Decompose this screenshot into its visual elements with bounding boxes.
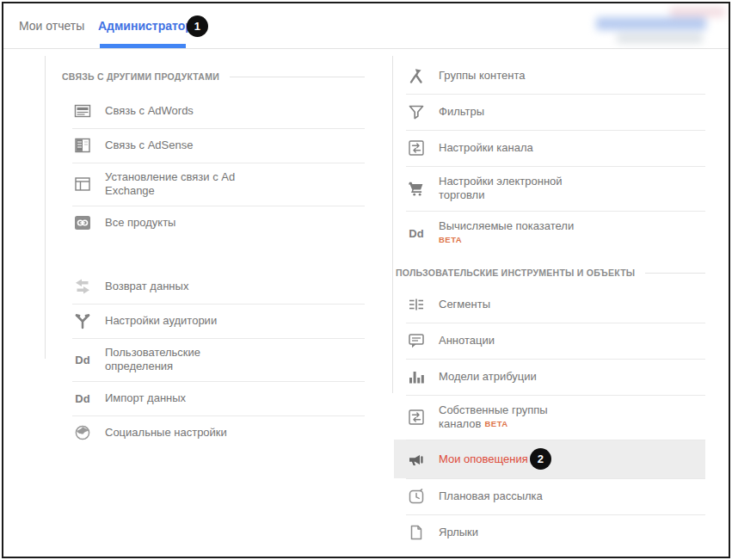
tab-my-reports[interactable]: Мои отчеты bbox=[19, 3, 84, 48]
ledger-icon bbox=[72, 136, 93, 155]
dd-text-icon: Dd bbox=[72, 350, 93, 369]
redacted-blob bbox=[670, 7, 725, 17]
ad-pages-icon bbox=[72, 102, 93, 120]
menu-group: СВЯЗЬ С ДРУГИМИ ПРОДУКТАМИСвязь с AdWord… bbox=[60, 71, 365, 240]
active-tab-underline bbox=[100, 44, 186, 48]
step-badge-1: 1 bbox=[187, 15, 208, 37]
section-header: ПОЛЬЗОВАТЕЛЬСКИЕ ИНСТРУМЕНТЫ И ОБЪЕКТЫ bbox=[396, 268, 705, 278]
property-column: СВЯЗЬ С ДРУГИМИ ПРОДУКТАМИСвязь с AdWord… bbox=[60, 68, 365, 450]
menu-item-filters[interactable]: Фильтры bbox=[394, 94, 705, 130]
globe-icon bbox=[72, 423, 93, 442]
menu-item-adsense-link[interactable]: Связь с AdSense bbox=[60, 128, 365, 163]
dd-text-icon: Dd bbox=[72, 389, 93, 408]
menu-item-label: Сегменты bbox=[439, 298, 490, 311]
menu-item-postbacks[interactable]: Возврат данных bbox=[60, 269, 365, 304]
document-icon bbox=[406, 523, 427, 542]
megaphone-icon bbox=[406, 450, 427, 469]
menu-item-label: Пользовательскиеопределения bbox=[105, 346, 200, 373]
menu-item-label: Связь с AdWords bbox=[105, 104, 194, 118]
beta-badge: BETA bbox=[439, 235, 462, 244]
view-column: Группы контентаФильтрыНастройки каналаНа… bbox=[394, 58, 705, 551]
speech-bubble-icon bbox=[406, 331, 427, 350]
alarm-clock-icon bbox=[406, 487, 427, 506]
tab-administrator[interactable]: Администратор 1 bbox=[98, 3, 208, 48]
segments-lines-icon bbox=[406, 295, 427, 314]
box-arrows-icon bbox=[406, 138, 427, 157]
menu-group: ПОЛЬЗОВАТЕЛЬСКИЕ ИНСТРУМЕНТЫ И ОБЪЕКТЫСе… bbox=[394, 268, 705, 551]
menu-item-label: Все продукты bbox=[105, 216, 175, 230]
menu-item-adwords-link[interactable]: Связь с AdWords bbox=[60, 94, 365, 128]
menu-item-ad-exchange-link[interactable]: Установление связи с AdExchange bbox=[60, 163, 365, 206]
menu-item-scheduled-emails[interactable]: Плановая рассылка bbox=[394, 478, 705, 514]
beta-badge: BETA bbox=[484, 419, 507, 428]
menu-item-audience-settings[interactable]: Настройки аудитории bbox=[60, 304, 365, 338]
step-badge-2: 2 bbox=[530, 448, 551, 470]
menu-item-label: Аннотации bbox=[439, 334, 495, 348]
menu-item-label: Модели атрибуции bbox=[439, 370, 537, 384]
layout-icon bbox=[72, 175, 93, 194]
menu-item-ecommerce-settings[interactable]: Настройки электроннойторговли bbox=[394, 166, 705, 211]
menu-item-annotations[interactable]: Аннотации bbox=[394, 323, 705, 359]
screenshot-frame: Мои отчеты Администратор 1 СВЯЗЬ С ДРУГИ… bbox=[2, 2, 730, 558]
menu-item-segments[interactable]: Сегменты bbox=[394, 286, 705, 323]
menu-item-label: Настройки аудитории bbox=[105, 314, 217, 328]
box-arrows-icon bbox=[406, 408, 427, 427]
funnel-icon bbox=[406, 102, 427, 121]
section-header: СВЯЗЬ С ДРУГИМИ ПРОДУКТАМИ bbox=[62, 71, 365, 82]
menu-item-all-products[interactable]: Все продукты bbox=[60, 206, 365, 240]
menu-group: Возврат данныхНастройки аудиторииDdПольз… bbox=[60, 269, 365, 450]
sync-arrows-icon bbox=[72, 277, 93, 296]
menu-item-label: Возврат данных bbox=[105, 280, 188, 293]
menu-item-label: Установление связи с AdExchange bbox=[105, 170, 235, 198]
column-divider-middle bbox=[392, 56, 393, 393]
menu-item-label: Социальные настройки bbox=[105, 426, 227, 440]
menu-item-content-groups[interactable]: Группы контента bbox=[394, 58, 705, 94]
merge-arrow-icon bbox=[406, 66, 427, 85]
menu-item-custom-alerts[interactable]: Мои оповещения2 bbox=[394, 440, 705, 478]
menu-item-attribution-models[interactable]: Модели атрибуции bbox=[394, 359, 705, 395]
menu-item-label: Мои оповещения bbox=[439, 452, 528, 466]
menu-item-data-import[interactable]: DdИмпорт данных bbox=[60, 381, 365, 415]
chain-link-icon bbox=[72, 213, 93, 232]
menu-item-calculated-metrics[interactable]: DdВычисляемые показателиBETA bbox=[394, 211, 705, 255]
menu-item-custom-channel-groups[interactable]: Собственные группыканаловBETA bbox=[394, 395, 705, 440]
top-tab-bar: Мои отчеты Администратор 1 bbox=[3, 3, 729, 49]
menu-item-label: Вычисляемые показателиBETA bbox=[439, 219, 574, 247]
menu-item-shortcuts[interactable]: Ярлыки bbox=[394, 514, 705, 551]
tab-administrator-label: Администратор bbox=[98, 19, 193, 33]
menu-item-label: Плановая рассылка bbox=[439, 489, 543, 503]
shopping-cart-icon bbox=[406, 179, 427, 198]
menu-item-custom-definitions[interactable]: DdПользовательскиеопределения bbox=[60, 338, 365, 381]
menu-item-channel-settings[interactable]: Настройки канала bbox=[394, 130, 705, 166]
menu-item-label: Группы контента bbox=[439, 69, 525, 83]
menu-item-label: Настройки электроннойторговли bbox=[439, 175, 563, 202]
tab-my-reports-label: Мои отчеты bbox=[19, 19, 84, 33]
menu-item-label: Связь с AdSense bbox=[105, 138, 193, 152]
admin-panel: СВЯЗЬ С ДРУГИМИ ПРОДУКТАМИСвязь с AdWord… bbox=[3, 49, 729, 557]
redacted-blob bbox=[596, 17, 706, 30]
column-divider-left bbox=[45, 56, 46, 359]
menu-group: Группы контентаФильтрыНастройки каналаНа… bbox=[394, 58, 705, 255]
bar-chart-icon bbox=[406, 367, 427, 386]
redacted-account-info bbox=[589, 6, 725, 47]
fork-arrow-icon bbox=[72, 311, 93, 330]
menu-item-label: Собственные группыканаловBETA bbox=[439, 403, 548, 431]
dd-text-icon: Dd bbox=[406, 224, 427, 243]
menu-item-label: Импорт данных bbox=[105, 391, 186, 405]
redacted-blob bbox=[617, 34, 703, 43]
menu-item-label: Ярлыки bbox=[439, 526, 478, 539]
menu-item-social-settings[interactable]: Социальные настройки bbox=[60, 415, 365, 450]
menu-item-label: Настройки канала bbox=[439, 141, 533, 155]
menu-item-label: Фильтры bbox=[439, 105, 484, 119]
